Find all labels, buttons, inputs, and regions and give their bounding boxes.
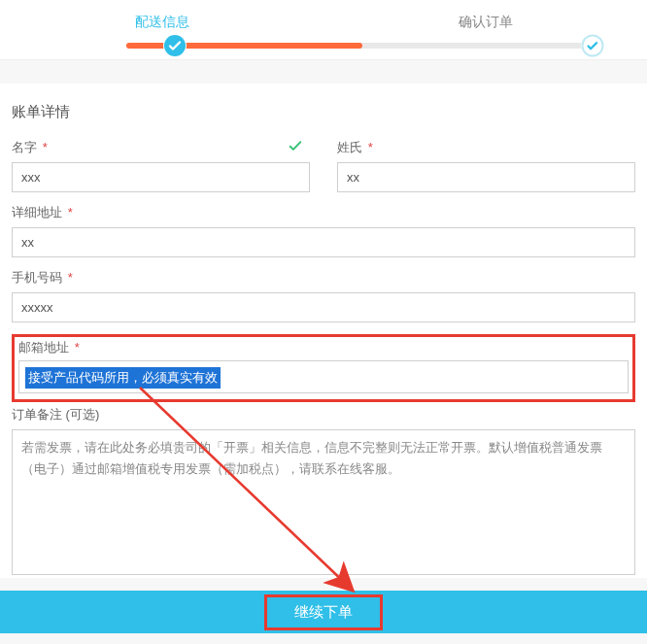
section-title: 账单详情 bbox=[12, 103, 635, 121]
first-name-label: 名字 * bbox=[12, 139, 310, 156]
billing-form: 账单详情 名字 * 姓氏 * 详细地址 * 手机号码 * 邮箱地址 * bbox=[0, 84, 647, 578]
phone-field-wrap: 手机号码 * bbox=[12, 269, 635, 322]
address-label: 详细地址 * bbox=[12, 204, 635, 221]
required-mark: * bbox=[368, 140, 373, 154]
submit-bar: 继续下单 bbox=[0, 591, 647, 633]
step-confirm-label: 确认订单 bbox=[324, 14, 647, 31]
progress-fill bbox=[126, 43, 362, 49]
notes-label: 订单备注 (可选) bbox=[12, 406, 635, 424]
address-input[interactable] bbox=[12, 227, 635, 257]
notes-field-wrap: 订单备注 (可选) bbox=[12, 406, 635, 578]
check-circle-icon bbox=[163, 34, 187, 57]
email-placeholder-selected: 接受产品代码所用，必须真实有效 bbox=[25, 367, 221, 389]
required-mark: * bbox=[68, 270, 73, 285]
address-field-wrap: 详细地址 * bbox=[12, 204, 635, 257]
notes-textarea[interactable] bbox=[12, 429, 635, 575]
email-input[interactable]: 接受产品代码所用，必须真实有效 bbox=[18, 360, 629, 393]
last-name-field-wrap: 姓氏 * bbox=[337, 139, 635, 192]
progress-track bbox=[126, 43, 598, 49]
continue-button[interactable]: 继续下单 bbox=[264, 594, 383, 630]
first-name-field-wrap: 名字 * bbox=[12, 139, 310, 192]
phone-label: 手机号码 * bbox=[12, 269, 635, 287]
check-icon bbox=[287, 137, 304, 157]
step-confirm-node bbox=[581, 34, 604, 57]
required-mark: * bbox=[68, 205, 73, 220]
check-circle-outline-icon bbox=[581, 34, 604, 57]
last-name-input[interactable] bbox=[337, 162, 635, 192]
first-name-input[interactable] bbox=[12, 162, 310, 192]
phone-input[interactable] bbox=[12, 292, 635, 322]
last-name-label: 姓氏 * bbox=[337, 139, 635, 156]
required-mark: * bbox=[43, 140, 48, 154]
email-field-highlight: 邮箱地址 * 接受产品代码所用，必须真实有效 bbox=[12, 334, 635, 402]
checkout-progress: 配送信息 确认订单 bbox=[0, 0, 647, 60]
step-shipping-node bbox=[163, 34, 187, 57]
step-shipping-label: 配送信息 bbox=[0, 14, 324, 31]
required-mark: * bbox=[75, 340, 80, 355]
email-label: 邮箱地址 * bbox=[18, 339, 629, 356]
